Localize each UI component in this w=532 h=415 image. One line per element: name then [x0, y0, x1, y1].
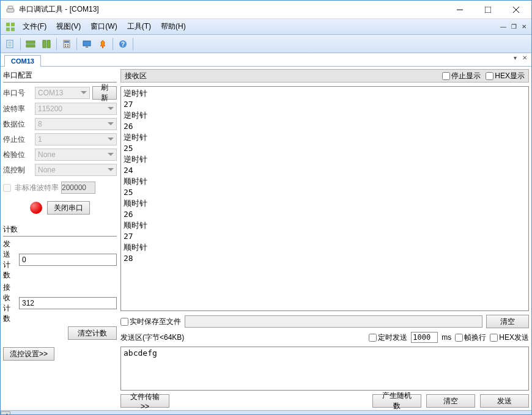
svg-point-17: [65, 44, 66, 45]
flowctrl-label: 流控制: [3, 165, 32, 175]
svg-rect-13: [43, 40, 46, 48]
horizontal-scrollbar[interactable]: ◀: [1, 410, 531, 415]
stop-display-label: 停止显示: [451, 71, 481, 81]
nonstd-baud-checkbox[interactable]: [3, 184, 11, 192]
toolbar: ?: [1, 35, 531, 53]
databits-select[interactable]: 8: [35, 118, 117, 130]
tool-monitor-icon[interactable]: [79, 37, 94, 51]
tab-close-icon[interactable]: ✕: [520, 54, 529, 63]
recv-textarea[interactable]: 逆时针 27 逆时针 26 逆时针 25 逆时针 24 顺时针 25 顺时针 2…: [120, 86, 529, 311]
clear-count-button[interactable]: 清空计数: [68, 326, 117, 340]
send-textarea[interactable]: [120, 347, 529, 391]
realtime-save-label: 实时保存至文件: [130, 317, 181, 327]
tab-dropdown-icon[interactable]: ▾: [511, 54, 519, 63]
count-title: 计数: [3, 223, 117, 237]
tab-com13[interactable]: COM13: [4, 55, 41, 67]
interval-input[interactable]: [411, 332, 438, 343]
gen-random-button[interactable]: 产生随机数: [372, 394, 421, 408]
window-title: 串口调试工具 - [COM13]: [19, 4, 446, 15]
svg-rect-16: [64, 41, 69, 43]
tool-help-icon[interactable]: ?: [116, 37, 130, 51]
stopbits-select[interactable]: 1: [35, 133, 117, 145]
maximize-button[interactable]: [474, 1, 502, 18]
flowctrl-select[interactable]: None: [35, 164, 117, 176]
hex-send-checkbox[interactable]: [490, 334, 498, 342]
timed-send-label: 定时发送: [378, 332, 407, 343]
recv-title: 接收区: [125, 71, 437, 81]
send-header: 发送区(字节<64KB) 定时发送 ms 帧换行 HEX发送: [120, 332, 529, 343]
menu-view[interactable]: 视图(V): [51, 19, 86, 34]
send-count-label: 发送计数: [3, 239, 17, 281]
left-panel: 串口配置 串口号 COM13 刷新 波特率 115200 数据位 8 停止位 1…: [3, 69, 117, 408]
close-button[interactable]: [502, 1, 530, 18]
tool-pin-icon[interactable]: [95, 37, 110, 51]
svg-rect-14: [47, 40, 50, 48]
nonstd-baud-label: 非标准波特率: [15, 183, 59, 193]
mdi-close[interactable]: ✕: [519, 22, 529, 31]
send-count-input[interactable]: [19, 254, 117, 266]
titlebar: 串口调试工具 - [COM13]: [1, 1, 531, 19]
scroll-left-icon[interactable]: ◀: [1, 411, 10, 416]
svg-rect-9: [11, 28, 15, 31]
port-select[interactable]: COM13: [35, 87, 90, 99]
hex-display-checkbox[interactable]: [486, 72, 493, 80]
hex-display-label: HEX显示: [495, 71, 525, 81]
tool-tile-v-icon[interactable]: [39, 37, 54, 51]
tool-calc-icon[interactable]: [59, 37, 74, 51]
parity-select[interactable]: None: [35, 149, 117, 161]
hex-send-label: HEX发送: [499, 332, 529, 343]
mdi-restore[interactable]: ❐: [509, 22, 519, 31]
app-icon: [6, 5, 15, 15]
svg-rect-7: [11, 23, 15, 26]
recv-header: 接收区 停止显示 HEX显示: [120, 69, 529, 83]
svg-point-20: [67, 46, 68, 47]
svg-rect-6: [6, 23, 10, 26]
svg-rect-8: [6, 28, 10, 31]
save-path-input[interactable]: [185, 315, 482, 328]
databits-label: 数据位: [3, 119, 32, 130]
menu-help[interactable]: 帮助(H): [156, 19, 191, 34]
menu-app-icon: [6, 22, 15, 32]
recv-count-input[interactable]: [19, 297, 117, 309]
stop-display-checkbox[interactable]: [442, 72, 450, 80]
svg-rect-22: [86, 46, 88, 48]
clear-recv-button[interactable]: 清空: [486, 315, 529, 328]
timed-send-checkbox[interactable]: [369, 334, 377, 342]
svg-point-19: [65, 46, 66, 47]
svg-point-18: [67, 44, 68, 45]
ms-label: ms: [441, 333, 451, 342]
port-label: 串口号: [3, 88, 32, 98]
serial-config-title: 串口配置: [3, 69, 117, 83]
send-title: 发送区(字节<64KB): [120, 332, 365, 343]
menu-file[interactable]: 文件(F): [18, 19, 51, 34]
frame-wrap-label: 帧换行: [464, 332, 486, 343]
minimize-button[interactable]: [446, 1, 474, 18]
realtime-save-checkbox[interactable]: [120, 318, 128, 326]
send-button[interactable]: 发送: [480, 394, 529, 408]
menu-window[interactable]: 窗口(W): [86, 19, 122, 34]
tool-new-icon[interactable]: [3, 37, 18, 51]
svg-text:?: ?: [121, 41, 125, 48]
refresh-button[interactable]: 刷新: [92, 86, 117, 100]
document-tabs: COM13 ▾ ✕: [1, 53, 531, 67]
tool-tile-h-icon[interactable]: [23, 37, 38, 51]
stopbits-label: 停止位: [3, 134, 32, 145]
menu-tools[interactable]: 工具(T): [122, 19, 156, 34]
svg-rect-21: [83, 41, 91, 46]
svg-rect-12: [26, 45, 35, 47]
svg-rect-3: [485, 7, 491, 13]
nonstd-baud-input[interactable]: [61, 182, 95, 194]
file-transfer-button[interactable]: 文件传输>>: [120, 394, 169, 408]
mdi-minimize[interactable]: —: [498, 22, 509, 31]
frame-wrap-checkbox[interactable]: [455, 334, 463, 342]
baud-select[interactable]: 115200: [35, 103, 117, 115]
flow-settings-button[interactable]: 流控设置>>: [3, 347, 54, 361]
svg-rect-11: [26, 41, 35, 43]
svg-rect-1: [8, 6, 13, 9]
baud-label: 波特率: [3, 104, 32, 114]
recv-count-label: 接收计数: [3, 282, 17, 324]
close-port-button[interactable]: 关闭串口: [47, 201, 90, 215]
port-status-indicator: [30, 202, 42, 214]
clear-send-button[interactable]: 清空: [426, 394, 475, 408]
svg-rect-0: [7, 9, 14, 12]
